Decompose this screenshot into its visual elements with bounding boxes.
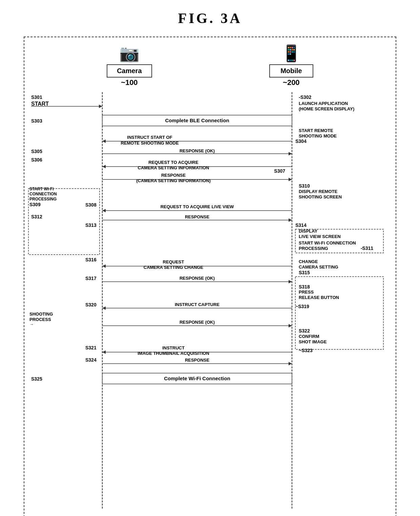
s315-id: S315 [299,270,310,275]
s304-id: S304 [295,138,307,144]
start-wifi-mobile-1: START Wi-Fi CONNECTION [299,240,356,245]
mobile-box: Mobile [269,64,313,78]
s309-id: S309 [29,202,41,207]
start-wifi-1: START Wi-Fi [29,187,54,191]
s316-id: S316 [85,257,97,262]
s325-id: S325 [31,376,42,382]
svg-marker-30 [289,362,292,365]
press-release-1: PRESS [299,289,314,295]
launch-app-label: LAUNCH APPLICATION [299,101,348,106]
req-live-view: REQUEST TO ACQUIRE LIVE VIEW [161,204,234,209]
s320-id: S320 [85,302,97,307]
s324-id: S324 [85,357,97,363]
s307-id: S307 [274,168,285,174]
response-2: RESPONSE [185,214,210,219]
start-label: START [31,101,49,107]
response-3: RESPONSE [185,358,210,363]
shooting-1: SHOOTING [29,311,53,317]
svg-marker-16 [289,218,292,222]
header-row: 📷 Camera ~100 📱 Mobile ~200 [28,44,392,87]
instruct-thumb-2: IMAGE THUMBNAIL ACQUISITION [138,351,209,356]
svg-marker-26 [289,324,292,327]
start-wifi-mobile-2: PROCESSING [299,246,328,251]
camera-icon: 📷 [119,44,140,63]
s304-label2: SHOOTING MODE [299,133,337,138]
instruct-remote-line1: INSTRUCT START OF [127,135,172,140]
req-cam-setting-1: REQUEST TO ACQUIRE [148,160,198,165]
camera-device-col: 📷 Camera ~100 [107,44,152,87]
s322-id: S322 [299,328,310,334]
svg-marker-24 [102,306,106,310]
confirm-shot-1: CONFIRM [299,334,319,339]
start-wifi-3: PROCESSING [29,197,57,201]
svg-marker-28 [102,350,106,354]
s318-id: S318 [299,284,310,289]
change-cam-2: CAMERA SETTING [299,264,338,270]
resp-cam-setting-2: (CAMERA SETTING INFORMATION) [136,178,211,183]
home-screen-label: (HOME SCREEN DISPLAY) [299,106,354,111]
svg-marker-8 [289,152,292,155]
shooting-arrow: → [29,322,34,327]
s312-id: S312 [31,214,42,219]
resp-ok-3: RESPONSE (OK) [180,320,215,325]
mobile-icon: 📱 [281,44,301,63]
page-title: FIG. 3A [178,10,242,26]
s313-id: S313 [85,222,97,228]
s321-id: S321 [85,345,97,350]
s308-id: S308 [85,202,97,208]
s306-id: S306 [31,157,42,163]
diagram-svg-container: S301 START -S302 LAUNCH APPLICATION (HOM… [28,89,392,516]
s317-id: S317 [85,276,97,281]
svg-marker-22 [289,280,292,283]
instruct-thumb-1: INSTRUCT [162,345,185,350]
camera-ref: ~100 [121,78,138,87]
s305-id: S305 [31,149,42,154]
s319-id: ~S319 [295,304,309,309]
change-cam-1: CHANGE [299,259,318,264]
s302-label: -S302 [299,94,312,100]
req-cam-setting-2: CAMERA SETTING INFORMATION [138,165,209,170]
svg-marker-10 [102,165,106,168]
svg-marker-6 [102,139,106,143]
press-release-2: RELEASE BUTTON [299,295,339,300]
s304-label: START REMOTE [299,128,333,133]
s301-label: S301 [31,94,42,100]
display-remote-1: DISPLAY REMOTE [299,189,337,194]
s311-id: -S311 [361,245,374,251]
diagram-wrapper: 📷 Camera ~100 📱 Mobile ~200 S301 START -… [24,37,396,516]
s310-id: S310 [299,183,310,189]
resp-ok-2: RESPONSE (OK) [180,276,215,281]
instruct-remote-line2: REMOTE SHOOTING MODE [121,141,179,146]
s314-id: S314 [295,222,307,228]
svg-marker-3 [99,105,102,108]
display-remote-2: SHOOTING SCREEN [299,194,342,199]
ble-connection-label: Complete BLE Connection [165,117,229,123]
svg-marker-14 [102,209,106,212]
start-wifi-2: CONNECTION [29,192,57,196]
instruct-capture: INSTRUCT CAPTURE [175,302,219,307]
req-cam-change-2: CAMERA SETTING CHANGE [144,265,204,270]
s323-id: ~S323 [299,348,313,353]
s303-label: S303 [31,118,42,124]
display-live-2: LIVE VIEW SCREEN [299,234,341,239]
wifi-connection-label: Complete Wi-Fi Connection [164,375,230,381]
mobile-device-col: 📱 Mobile ~200 [269,44,313,87]
mobile-ref: ~200 [283,78,300,87]
confirm-shot-2: SHOT IMAGE [299,339,327,344]
resp-cam-setting-1: RESPONSE [161,173,186,178]
shooting-2: PROCESS [29,317,51,322]
response-ok-1: RESPONSE (OK) [180,148,215,153]
sequence-diagram: S301 START -S302 LAUNCH APPLICATION (HOM… [28,89,387,516]
svg-marker-20 [102,264,106,268]
svg-marker-12 [289,178,292,181]
camera-box: Camera [107,64,152,78]
req-cam-change-1: REQUEST [163,259,184,264]
